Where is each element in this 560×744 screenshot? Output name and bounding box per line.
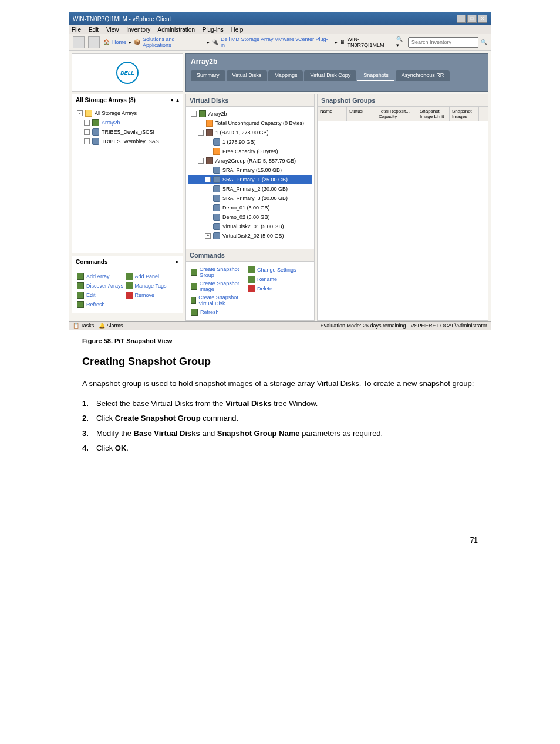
search-box: 🔍▾ 🔍 xyxy=(396,36,487,48)
page-number: 71 xyxy=(12,536,478,545)
virtual-disks-title: Virtual Disks xyxy=(186,94,314,107)
tab-virtual-disks[interactable]: Virtual Disks xyxy=(227,70,268,81)
menu-help[interactable]: Help xyxy=(231,26,244,33)
snapshot-table-body xyxy=(318,121,488,309)
search-icon[interactable]: 🔍 xyxy=(481,39,487,45)
menu-edit[interactable]: Edit xyxy=(89,26,99,33)
menu-inventory[interactable]: Inventory xyxy=(126,26,150,33)
tree-item[interactable]: VirtualDisk2_01 (5.00 GB) xyxy=(188,222,312,231)
tree-item[interactable]: -Array2Group (RAID 5, 557.79 GB) xyxy=(188,156,312,165)
search-input[interactable] xyxy=(408,37,478,48)
col-images[interactable]: Snapshot Images xyxy=(450,107,479,121)
status-evaluation: Evaluation Mode: 26 days remaining xyxy=(321,323,406,329)
array-name-header: Array2b xyxy=(191,58,483,66)
menu-file[interactable]: File xyxy=(72,26,81,33)
command-link[interactable]: Change Settings xyxy=(248,265,305,275)
tab-async-rr[interactable]: Asynchronous RR xyxy=(396,70,450,81)
status-alarms[interactable]: 🔔 Alarms xyxy=(99,323,123,329)
expander-icon[interactable] xyxy=(84,129,90,135)
doc-step: 2.Click Create Snapshot Group command. xyxy=(82,412,478,424)
tree-item[interactable]: TRIBES_Devils_iSCSI xyxy=(75,127,180,137)
tree-item[interactable]: Array2b xyxy=(75,118,180,127)
command-link[interactable]: Rename xyxy=(248,275,305,284)
disk-icon xyxy=(213,204,220,211)
command-link[interactable]: Add Array xyxy=(77,272,126,281)
tree-item[interactable]: Free Capacity (0 Bytes) xyxy=(188,147,312,156)
storage-arrays-tree: -All Storage ArraysArray2bTRIBES_Devils_… xyxy=(72,106,183,253)
tree-item[interactable]: SRA_Primary_2 (20.00 GB) xyxy=(188,184,312,194)
minimize-button[interactable]: _ xyxy=(457,15,466,23)
expander-icon[interactable]: - xyxy=(198,158,204,164)
tree-item[interactable]: -Array2b xyxy=(188,109,312,119)
panel-collapse-icon[interactable]: ⚬ xyxy=(174,259,179,265)
doc-step: 3.Modify the Base Virtual Disks and Snap… xyxy=(82,428,478,439)
tree-item[interactable]: +SRA_Primary_1 (25.00 GB) xyxy=(188,175,312,184)
command-link[interactable]: Refresh xyxy=(191,307,248,317)
menu-plugins[interactable]: Plug-ins xyxy=(203,26,224,33)
col-status[interactable]: Status xyxy=(347,107,376,121)
close-button[interactable]: X xyxy=(478,15,487,23)
virtual-disks-tree: -Array2bTotal Unconfigured Capacity (0 B… xyxy=(186,107,314,249)
cmd-icon xyxy=(248,266,255,273)
home-icon[interactable]: 🏠 xyxy=(103,39,110,45)
breadcrumb-plugin[interactable]: Dell MD Storage Array VMware vCenter Plu… xyxy=(221,36,332,48)
expander-icon[interactable]: + xyxy=(205,233,211,239)
tree-item[interactable]: Total Unconfigured Capacity (0 Bytes) xyxy=(188,119,312,128)
col-name[interactable]: Name xyxy=(318,107,347,121)
folder-icon xyxy=(85,110,92,117)
tab-virtual-disk-copy[interactable]: Virtual Disk Copy xyxy=(304,70,356,81)
breadcrumb-home[interactable]: Home xyxy=(112,39,126,45)
tab-mappings[interactable]: Mappings xyxy=(268,70,303,81)
breadcrumb-solutions[interactable]: Solutions and Applications xyxy=(143,36,204,48)
status-tasks[interactable]: 📋 Tasks xyxy=(73,323,94,329)
command-link[interactable]: Create Snapshot Image xyxy=(191,279,248,293)
solutions-icon: 📦 xyxy=(134,39,140,45)
nav-back-button[interactable] xyxy=(73,36,85,48)
command-link[interactable]: Edit xyxy=(77,290,126,300)
virtual-disks-panel: Virtual Disks -Array2bTotal Unconfigured… xyxy=(185,94,315,321)
tree-item[interactable]: Demo_01 (5.00 GB) xyxy=(188,203,312,212)
tree-item[interactable]: 1 (278.90 GB) xyxy=(188,137,312,147)
expander-icon[interactable]: - xyxy=(191,111,197,117)
col-capacity[interactable]: Total Reposit... Capacity xyxy=(376,107,417,121)
statusbar: 📋 Tasks 🔔 Alarms Evaluation Mode: 26 day… xyxy=(69,321,491,330)
tree-item[interactable]: SRA_Primary (15.00 GB) xyxy=(188,165,312,175)
expander-icon[interactable] xyxy=(84,138,90,144)
expander-icon[interactable]: - xyxy=(198,130,204,136)
command-link[interactable]: Create Snapshot Group xyxy=(191,265,248,279)
command-link[interactable]: Add Panel xyxy=(126,272,174,281)
tree-item[interactable]: SRA_Primary_3 (20.00 GB) xyxy=(188,194,312,203)
command-link[interactable]: Create Snapshot Virtual Disk xyxy=(191,293,248,307)
vsphere-window: WIN-TN0R7QI1MLM - vSphere Client _ □ X F… xyxy=(69,12,491,330)
array-icon xyxy=(199,110,206,117)
menu-view[interactable]: View xyxy=(106,26,119,33)
command-link[interactable]: Remove xyxy=(126,290,174,300)
search-picker-icon[interactable]: 🔍▾ xyxy=(396,36,406,48)
tab-summary[interactable]: Summary xyxy=(191,70,225,81)
breadcrumb: 🏠 Home ▸ 📦 Solutions and Applications ▸ … xyxy=(73,36,396,48)
expander-icon[interactable]: - xyxy=(77,110,83,116)
cmd-icon xyxy=(126,292,133,299)
orange-icon xyxy=(213,148,220,155)
host-icon: 🖥 xyxy=(340,39,345,45)
tab-snapshots[interactable]: Snapshots xyxy=(357,70,394,81)
command-link[interactable]: Refresh xyxy=(77,300,126,309)
tree-item[interactable]: Demo_02 (5.00 GB) xyxy=(188,212,312,222)
expander-icon[interactable]: + xyxy=(205,177,211,182)
expander-icon[interactable] xyxy=(84,120,90,126)
nav-forward-button[interactable] xyxy=(88,36,100,48)
maximize-button[interactable]: □ xyxy=(467,15,477,23)
panel-sort-icon[interactable]: ⚬ ▴ xyxy=(170,97,179,103)
doc-step: 1.Select the base Virtual Disks from the… xyxy=(82,398,478,410)
tree-item[interactable]: TRIBES_Wembley_SAS xyxy=(75,137,180,146)
tree-item[interactable]: -All Storage Arrays xyxy=(75,109,180,118)
command-link[interactable]: Manage Tags xyxy=(126,281,174,290)
menu-administration[interactable]: Administration xyxy=(158,26,195,33)
doc-section: Creating Snapshot Group A snapshot group… xyxy=(82,354,478,454)
command-link[interactable]: Delete xyxy=(248,284,305,293)
col-limit[interactable]: Snapshot Image Limit xyxy=(417,107,450,121)
command-link[interactable]: Discover Arrays xyxy=(77,281,126,290)
tree-item[interactable]: -1 (RAID 1, 278.90 GB) xyxy=(188,128,312,137)
tree-item[interactable]: +VirtualDisk2_02 (5.00 GB) xyxy=(188,231,312,241)
doc-paragraph: A snapshot group is used to hold snapsho… xyxy=(82,378,478,390)
